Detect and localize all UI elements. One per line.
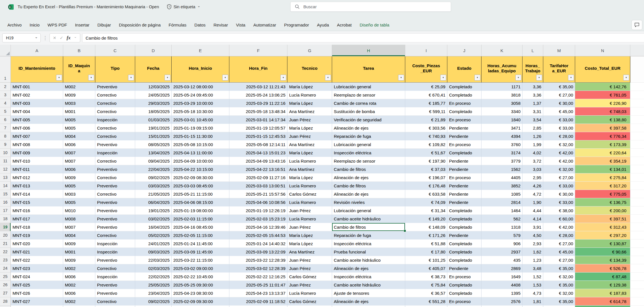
cell-total[interactable]: € 317,20	[575, 182, 630, 190]
header-cell-N[interactable]: Costo_Total_EUR	[575, 56, 630, 83]
cell-tipo[interactable]: Inspección	[95, 248, 135, 256]
cell-estado[interactable]: Completado	[447, 248, 482, 256]
cell-fin[interactable]: 2025-04-09 13:43:16	[229, 157, 287, 165]
row-number[interactable]: 20	[0, 231, 11, 240]
cell-total[interactable]: € 130,87	[575, 240, 630, 248]
column-header-E[interactable]: E	[172, 45, 229, 56]
cell-maquina[interactable]: M005	[63, 182, 95, 190]
row-number[interactable]: 5	[0, 107, 11, 116]
cell-maquina[interactable]: M003	[63, 190, 95, 198]
search-input[interactable]: Buscar	[290, 2, 451, 12]
cell-trabajo[interactable]: 0,93	[522, 306, 543, 307]
cell-id[interactable]: MNT-017	[11, 215, 63, 223]
cell-estado[interactable]: En proceso	[447, 297, 482, 306]
row-number[interactable]: 23	[0, 256, 11, 264]
cell-piezas[interactable]: € 405,07	[405, 264, 447, 273]
filter-button[interactable]	[280, 75, 286, 81]
cell-horas[interactable]: 1840	[482, 116, 522, 124]
cell-total[interactable]: € 761,05	[575, 91, 630, 99]
cell-maquina[interactable]: M007	[63, 223, 95, 231]
cell-fecha[interactable]: 06/04/2025	[135, 198, 172, 206]
cell-id[interactable]: MNT-022	[11, 256, 63, 264]
cell-total[interactable]: € 136,75	[575, 198, 630, 206]
cell-trabajo[interactable]: 3,36	[522, 91, 543, 99]
cell-estado[interactable]: Completado	[447, 83, 482, 91]
filter-button[interactable]	[88, 75, 94, 81]
cell-fecha[interactable]: 05/02/2025	[135, 231, 172, 240]
cell-tarea[interactable]: Alineación de ejes	[332, 190, 405, 198]
cell-fin[interactable]: 2025-02-22 12:16:25	[229, 273, 287, 281]
row-number[interactable]: 13	[0, 173, 11, 182]
row-number[interactable]: 22	[0, 248, 11, 256]
cell-fin[interactable]: 2025-01-24 14:40:32	[229, 240, 287, 248]
row-number[interactable]: 18	[0, 215, 11, 223]
cell-total[interactable]: € 775,05	[575, 190, 630, 198]
cell-fin[interactable]: 2025-04-22 13:16:51	[229, 165, 287, 173]
cell-id[interactable]: MNT-004	[11, 107, 63, 116]
cell-trabajo[interactable]: 4,14	[522, 215, 543, 223]
cell-id[interactable]: MNT-019	[11, 231, 63, 240]
cell-trabajo[interactable]: 2,85	[522, 124, 543, 132]
cell-tarea[interactable]: Cambio de correa rota	[332, 99, 405, 107]
cell-inicio[interactable]: 2025-04-13 11:00:00	[172, 149, 229, 157]
cell-estado[interactable]: Completado	[447, 223, 482, 231]
row-number[interactable]: 21	[0, 240, 11, 248]
cell-trabajo[interactable]: 4,72	[522, 190, 543, 198]
filter-button[interactable]	[568, 75, 574, 81]
column-header-G[interactable]: G	[287, 45, 332, 56]
cell-trabajo[interactable]: 1,23	[522, 256, 543, 264]
cell-piezas[interactable]: € 36,57	[405, 289, 447, 297]
cell-fin[interactable]: 2025-01-14 10:00:02	[229, 306, 287, 307]
cell-maquina[interactable]: M006	[63, 165, 95, 173]
cell-tecnico[interactable]: Juan Pérez	[287, 132, 332, 140]
cell-id[interactable]: MNT-028	[11, 306, 63, 307]
cell-inicio[interactable]: 2025-02-22 10:45:00	[172, 273, 229, 281]
tab-wps-pdf[interactable]: WPS PDF	[44, 22, 71, 27]
tab-archivo[interactable]: Archivo	[3, 22, 26, 27]
cell-estado[interactable]: Pendiente	[447, 157, 482, 165]
cell-trabajo[interactable]: 1,26	[522, 132, 543, 140]
cell-piezas[interactable]: € 599,11	[405, 107, 447, 116]
header-cell-H[interactable]: Tarea	[332, 56, 405, 83]
cell-total[interactable]: € 397,58	[575, 124, 630, 132]
cell-fin[interactable]: 2025-03-29 11:22:16	[229, 99, 287, 107]
column-header-C[interactable]: C	[95, 45, 135, 56]
cell-tecnico[interactable]: Ana Martínez	[287, 140, 332, 149]
header-cell-J[interactable]: Estado	[447, 56, 482, 83]
cell-maquina[interactable]: M004	[63, 231, 95, 240]
cell-tipo[interactable]: Preventivo	[95, 182, 135, 190]
cell-tarea[interactable]: Cambio de filtros	[332, 182, 405, 190]
cell-tarea[interactable]: Ajuste de tensores	[332, 289, 405, 297]
cell-maquina[interactable]: M002	[63, 83, 95, 91]
cell-tarea[interactable]: Lubricación general	[332, 83, 405, 91]
row-number[interactable]: 29	[0, 306, 11, 307]
row-number[interactable]: 7	[0, 124, 11, 132]
cell-spare[interactable]	[630, 297, 644, 306]
cell-fecha[interactable]: 19/01/2025	[135, 124, 172, 132]
cell-spare[interactable]	[630, 99, 644, 107]
row-number[interactable]: 11	[0, 157, 11, 165]
select-all-corner[interactable]	[0, 45, 11, 56]
cell-horas[interactable]: 4408	[482, 281, 522, 289]
cell-id[interactable]: MNT-026	[11, 289, 63, 297]
cell-tipo[interactable]: Preventivo	[95, 281, 135, 289]
cell-fecha[interactable]: 12/03/2025	[135, 83, 172, 91]
cell-spare[interactable]	[630, 306, 644, 307]
cell-trabajo[interactable]: 3,31	[522, 107, 543, 116]
cell-trabajo[interactable]: 3,36	[522, 83, 543, 91]
filter-button[interactable]	[128, 75, 134, 81]
cell-piezas[interactable]: € 21,89	[405, 116, 447, 124]
cell-tarea[interactable]: Inspección eléctrica	[332, 240, 405, 248]
cell-piezas[interactable]: € 37,03	[405, 165, 447, 173]
cell-fecha[interactable]: 19/01/2025	[135, 206, 172, 215]
filter-button[interactable]	[56, 75, 62, 81]
cell-fin[interactable]: 2025-05-08 12:14:11	[229, 140, 287, 149]
cell-inicio[interactable]: 2025-01-14 08:00:00	[172, 306, 229, 307]
cell-tipo[interactable]: Correctivo	[95, 157, 135, 165]
cell-estado[interactable]: Completado	[447, 289, 482, 297]
cell-inicio[interactable]: 2025-04-23 08:30:00	[172, 289, 229, 297]
cell-fecha[interactable]: 22/02/2025	[135, 273, 172, 281]
cell-tarea[interactable]: Reparación de fuga	[332, 231, 405, 240]
cell-tarea[interactable]: Cambio aceite hidráulico	[332, 256, 405, 264]
cell-fecha[interactable]: 13/04/2025	[135, 149, 172, 157]
